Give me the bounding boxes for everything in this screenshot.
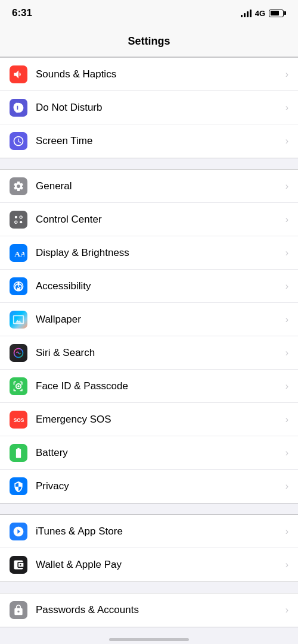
settings-group-3: iTunes & App Store › Wallet & Apple Pay … (0, 514, 298, 582)
general-label: General (36, 180, 281, 192)
chevron-icon: › (285, 281, 288, 292)
sidebar-item-sounds[interactable]: Sounds & Haptics › (0, 58, 298, 91)
svg-point-0 (15, 215, 17, 218)
chevron-icon: › (285, 448, 288, 458)
wallet-label: Wallet & Apple Pay (36, 559, 281, 571)
svg-text:SOS: SOS (14, 417, 24, 423)
chevron-icon: › (285, 181, 288, 192)
controlcenter-icon (10, 211, 27, 229)
chevron-icon: › (285, 69, 288, 80)
displaybrightness-label: Display & Brightness (36, 247, 281, 259)
chevron-icon: › (285, 414, 288, 425)
page-title: Settings (128, 35, 170, 48)
battery-label: Battery (36, 447, 281, 459)
svg-point-1 (20, 215, 22, 218)
general-icon (10, 177, 27, 195)
wallet-icon (10, 556, 27, 574)
network-label: 4G (255, 9, 265, 18)
sounds-icon (10, 65, 27, 83)
chevron-icon: › (285, 348, 288, 358)
passwords-icon (10, 601, 27, 619)
donotdisturb-icon (10, 99, 27, 117)
sidebar-item-controlcenter[interactable]: Control Center › (0, 203, 298, 236)
sidebar-item-wallpaper[interactable]: Wallpaper › (0, 303, 298, 336)
sidebar-item-emergencysos[interactable]: SOS Emergency SOS › (0, 403, 298, 436)
accessibility-label: Accessibility (36, 280, 281, 292)
sounds-label: Sounds & Haptics (36, 68, 281, 80)
status-bar: 6:31 4G (0, 0, 298, 26)
wallpaper-icon (10, 311, 27, 329)
sidebar-item-displaybrightness[interactable]: AA Display & Brightness › (0, 236, 298, 270)
passwords-label: Passwords & Accounts (36, 604, 281, 616)
battery-row-icon (10, 444, 27, 462)
svg-point-2 (15, 221, 17, 223)
status-icons: 4G (241, 9, 286, 18)
accessibility-icon (10, 277, 27, 295)
settings-group-1: Sounds & Haptics › Do Not Disturb › Scre… (0, 57, 298, 158)
home-indicator (109, 638, 189, 641)
svg-point-3 (20, 221, 22, 223)
chevron-icon: › (285, 102, 288, 113)
chevron-icon: › (285, 314, 288, 325)
sidebar-item-siri[interactable]: Siri & Search › (0, 336, 298, 370)
sidebar-item-general[interactable]: General › (0, 170, 298, 203)
displaybrightness-icon: AA (10, 244, 27, 262)
siri-icon (10, 344, 27, 362)
chevron-icon: › (285, 526, 288, 537)
sidebar-item-passwords[interactable]: Passwords & Accounts › (0, 593, 298, 627)
sidebar-item-privacy[interactable]: Privacy › (0, 470, 298, 503)
sidebar-item-faceid[interactable]: Face ID & Passcode › (0, 370, 298, 403)
signal-icon (241, 9, 252, 17)
sidebar-item-donotdisturb[interactable]: Do Not Disturb › (0, 91, 298, 124)
donotdisturb-label: Do Not Disturb (36, 102, 281, 114)
screentime-icon (10, 132, 27, 150)
emergencysos-label: Emergency SOS (36, 414, 281, 426)
wallpaper-label: Wallpaper (36, 314, 281, 326)
chevron-icon: › (285, 381, 288, 392)
sidebar-item-accessibility[interactable]: Accessibility › (0, 270, 298, 303)
itunes-icon (10, 523, 27, 540)
siri-label: Siri & Search (36, 347, 281, 359)
chevron-icon: › (285, 214, 288, 225)
faceid-icon (10, 377, 27, 395)
chevron-icon: › (285, 481, 288, 492)
chevron-icon: › (285, 605, 288, 615)
chevron-icon: › (285, 248, 288, 258)
settings-group-4: Passwords & Accounts › (0, 593, 298, 627)
sidebar-item-wallet[interactable]: Wallet & Apple Pay › (0, 548, 298, 582)
privacy-label: Privacy (36, 480, 281, 492)
sos-icon: SOS (10, 411, 27, 429)
nav-header: Settings (0, 26, 298, 57)
svg-point-6 (18, 282, 20, 284)
svg-text:AA: AA (14, 249, 24, 258)
settings-group-2: General › Control Center › AA Display & … (0, 169, 298, 504)
battery-status-icon (269, 10, 286, 17)
itunes-label: iTunes & App Store (36, 526, 281, 537)
sidebar-item-battery[interactable]: Battery › (0, 436, 298, 470)
chevron-icon: › (285, 136, 288, 146)
controlcenter-label: Control Center (36, 214, 281, 226)
chevron-icon: › (285, 559, 288, 570)
sidebar-item-itunes[interactable]: iTunes & App Store › (0, 515, 298, 548)
status-time: 6:31 (12, 7, 32, 19)
sidebar-item-screentime[interactable]: Screen Time › (0, 124, 298, 158)
faceid-label: Face ID & Passcode (36, 380, 281, 392)
screentime-label: Screen Time (36, 135, 281, 147)
privacy-icon (10, 477, 27, 495)
